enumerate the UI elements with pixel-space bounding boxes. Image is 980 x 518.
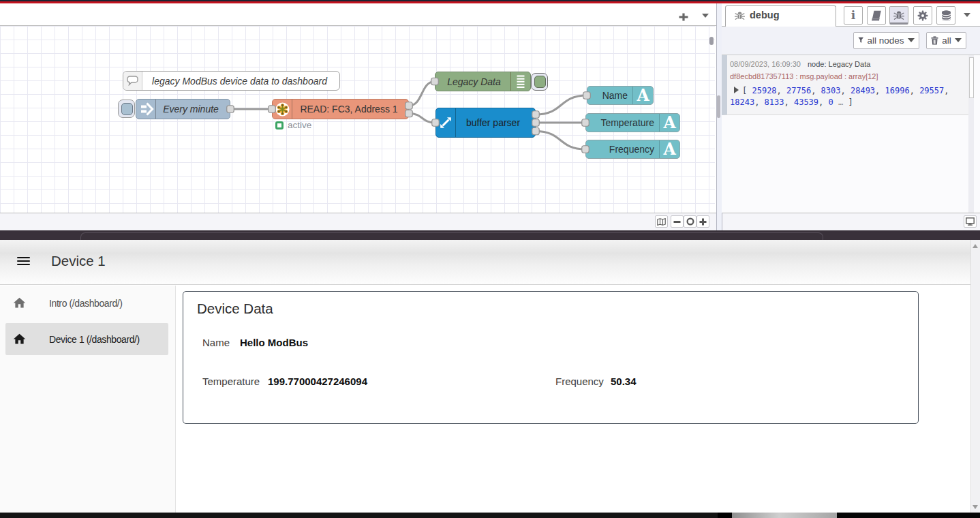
page-scrollbar-track[interactable]: [970, 240, 980, 513]
flow-list-button[interactable]: [702, 14, 710, 18]
dashboard-nav-drawer: [0, 286, 176, 513]
comment-bubble-icon: [127, 76, 138, 86]
context-tab-button[interactable]: [936, 6, 955, 25]
debug-scrollbar-track[interactable]: [968, 55, 974, 213]
letter-a-icon: A: [663, 142, 675, 158]
home-icon: [12, 296, 27, 310]
letter-a-icon: A: [637, 88, 649, 104]
bug-icon: [735, 10, 745, 20]
node-buffer-parser[interactable]: buffer parser: [435, 108, 536, 138]
node-label: Frequency: [590, 140, 654, 158]
debug-message-list[interactable]: 08/09/2023, 16:09:30node: Legacy Data df…: [722, 55, 980, 213]
window-divider-tab: [80, 232, 823, 241]
add-flow-button[interactable]: [679, 12, 688, 20]
circle-icon: [686, 217, 694, 226]
debug-scrollbar-thumb[interactable]: [969, 57, 974, 98]
config-tab-button[interactable]: [913, 6, 932, 25]
node-ui-text-temperature[interactable]: Temperature A: [585, 113, 680, 132]
expand-arrows-icon: [438, 115, 453, 130]
filter-label: all nodes: [867, 35, 904, 46]
plus-icon: [679, 13, 688, 21]
help-tab-button[interactable]: [867, 6, 886, 25]
zoom-out-button[interactable]: [671, 215, 684, 228]
node-ui-text-name[interactable]: Name A: [587, 86, 654, 105]
node-ui-text-frequency[interactable]: Frequency A: [585, 140, 680, 159]
field-label-name: Name: [202, 337, 230, 348]
bottom-bar-segment: [718, 513, 732, 518]
inject-icon-region: [136, 100, 156, 119]
letter-a-icon: A: [663, 115, 675, 132]
status-text: active: [288, 120, 311, 130]
node-debug-legacy-data[interactable]: Legacy Data: [435, 72, 531, 91]
debug-tab-button[interactable]: [889, 6, 908, 25]
node-modbus-read[interactable]: READ: FC3, Address 1: [272, 99, 409, 119]
field-label-temperature: Temperature: [202, 376, 260, 387]
trash-icon: [931, 36, 938, 45]
payload-line-1: [ 25928, 27756, 8303, 28493, 16996, 2955…: [742, 86, 949, 95]
debug-icon-region: [510, 72, 531, 91]
nav-item-intro[interactable]: Intro (/dashboard/): [5, 287, 168, 319]
expand-triangle-icon[interactable]: [734, 87, 739, 93]
separator-scroll-thumb[interactable]: [717, 95, 720, 118]
message-header: 08/09/2023, 16:09:30node: Legacy Data: [730, 60, 971, 68]
dashboard-header: [0, 240, 980, 285]
message-node-name: node: Legacy Data: [808, 60, 870, 68]
open-debug-window-button[interactable]: [964, 215, 977, 228]
bug-icon: [893, 10, 904, 20]
node-label: Legacy Data: [438, 72, 510, 91]
info-tab-button[interactable]: i: [844, 6, 863, 25]
node-label: legacy ModBus device data to dashboard: [142, 72, 337, 90]
filter-nodes-button[interactable]: all nodes: [853, 32, 919, 49]
screen: legacy ModBus device data to dashboard E…: [0, 0, 980, 518]
clear-label: all: [942, 35, 951, 46]
scrollbar-down-arrow[interactable]: [973, 505, 978, 509]
database-icon: [941, 10, 951, 21]
ui-text-icon-region: A: [632, 87, 653, 104]
zoom-in-button[interactable]: [696, 215, 709, 228]
home-icon: [12, 332, 27, 346]
monitor-icon: [966, 217, 975, 226]
nav-item-label: Intro (/dashboard/): [49, 298, 123, 309]
node-comment[interactable]: legacy ModBus device data to dashboard: [123, 71, 340, 91]
field-value-frequency: 50.34: [611, 376, 637, 387]
node-label: Temperature: [590, 114, 654, 132]
message-timestamp: 08/09/2023, 16:09:30: [730, 60, 801, 68]
gear-icon: [917, 10, 928, 21]
ui-text-icon-region: A: [659, 140, 679, 158]
bottom-bar-dark-segment: [837, 513, 980, 518]
message-payload[interactable]: [ 25928, 27756, 8303, 28493, 16996, 2955…: [730, 85, 971, 108]
inject-arrow-icon: [140, 102, 154, 117]
nav-item-device-1[interactable]: Device 1 (/dashboard/): [5, 323, 168, 355]
flow-footer: [0, 213, 980, 230]
book-icon: [872, 10, 882, 21]
status-ring-icon: [275, 121, 284, 130]
node-label: Name: [592, 87, 628, 104]
navigator-button[interactable]: [655, 215, 668, 228]
node-inject[interactable]: Every minute: [136, 99, 230, 119]
debug-message[interactable]: 08/09/2023, 16:09:30node: Legacy Data df…: [722, 55, 974, 115]
scrollbar-up-arrow[interactable]: [973, 244, 978, 248]
node-label: buffer parser: [457, 108, 530, 137]
zoom-reset-button[interactable]: [684, 215, 696, 228]
debug-toggle-button-inner: [534, 76, 546, 89]
tab-debug[interactable]: debug: [725, 5, 836, 27]
caret-down-icon: [955, 38, 962, 42]
modbus-icon: [275, 102, 290, 117]
minus-icon: [673, 218, 681, 226]
clear-messages-button[interactable]: all: [926, 32, 966, 49]
menu-icon-bar: [17, 260, 30, 262]
field-value-name: Hello ModBus: [240, 337, 308, 348]
menu-button[interactable]: [17, 257, 30, 266]
field-value-temperature: 199.77000427246094: [268, 376, 367, 387]
menu-icon-bar: [17, 264, 30, 265]
card-title: Device Data: [197, 301, 273, 317]
node-status: active: [275, 121, 311, 130]
device-data-card: [183, 291, 919, 424]
menu-icon-bar: [17, 257, 30, 258]
bottom-bar-grey-segment: [732, 513, 837, 518]
map-icon: [657, 218, 666, 226]
sidebar-menu-button[interactable]: [964, 13, 970, 17]
tab-debug-label: debug: [750, 10, 780, 20]
canvas-scrollbar-thumb[interactable]: [709, 37, 714, 45]
node-label: Every minute: [156, 100, 226, 119]
